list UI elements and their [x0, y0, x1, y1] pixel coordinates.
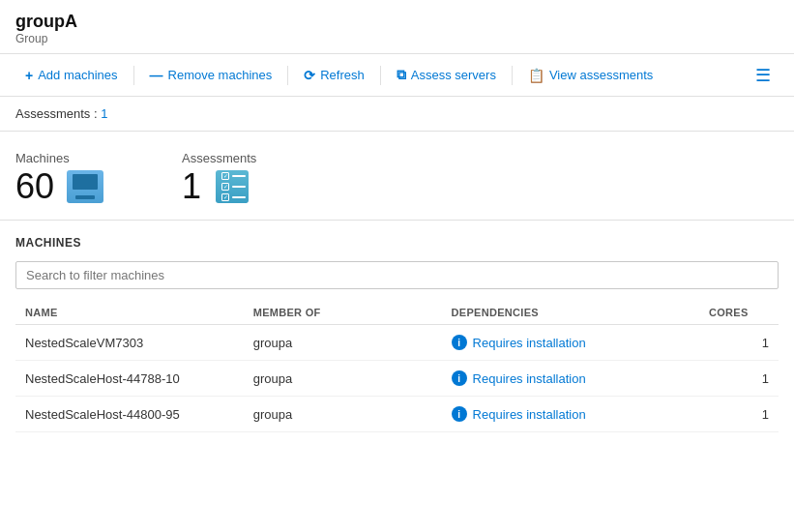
requires-installation-text[interactable]: Requires installation — [473, 336, 586, 350]
cell-name: NestedScaleVM7303 — [15, 325, 244, 361]
requires-installation-text[interactable]: Requires installation — [473, 371, 586, 386]
check-box-2: ✓ — [221, 183, 229, 191]
refresh-button[interactable]: ⟳ Refresh — [294, 62, 374, 89]
machines-section-title: MACHINES — [15, 236, 779, 250]
check-line-2: ✓ — [221, 183, 246, 191]
toolbar-separator-1 — [133, 66, 134, 85]
plus-icon: + — [25, 68, 33, 83]
machines-icon — [66, 169, 104, 204]
col-header-dependencies: DEPENDENCIES — [442, 301, 699, 325]
assessments-count: 1 — [182, 169, 201, 204]
col-header-member: MEMBER OF — [244, 301, 442, 325]
refresh-icon: ⟳ — [304, 68, 315, 83]
page-header: groupA Group — [0, 0, 794, 54]
toolbar-separator-2 — [287, 66, 288, 85]
toolbar: + Add machines — Remove machines ⟳ Refre… — [0, 54, 794, 97]
assessments-label: Assessments — [15, 106, 90, 121]
machines-stat: Machines 60 — [15, 151, 104, 204]
minus-icon: — — [150, 68, 163, 83]
cell-name: NestedScaleHost-44788-10 — [15, 361, 244, 397]
check-line-1: ✓ — [221, 172, 246, 180]
add-machines-label: Add machines — [38, 68, 117, 82]
deps-container: i Requires installation — [452, 335, 690, 350]
deps-container: i Requires installation — [452, 406, 690, 422]
check-bar-2 — [232, 186, 246, 188]
assessments-stat-label: Assessments — [182, 151, 256, 165]
view-assessments-button[interactable]: 📋 View assessments — [518, 62, 662, 89]
machines-stat-row: 60 — [15, 169, 104, 204]
info-icon: i — [452, 406, 467, 422]
machines-stat-label: Machines — [15, 151, 104, 165]
cell-member: groupa — [244, 325, 442, 361]
machines-section: MACHINES NAME MEMBER OF DEPENDENCIES COR… — [0, 221, 794, 432]
machines-count: 60 — [15, 169, 54, 204]
cell-member: groupa — [244, 397, 442, 432]
page-title: groupA — [15, 12, 779, 32]
toolbar-separator-4 — [512, 66, 513, 85]
col-header-name: NAME — [15, 301, 244, 325]
machines-table: NAME MEMBER OF DEPENDENCIES CORES Nested… — [15, 301, 779, 432]
search-input[interactable] — [15, 261, 779, 289]
table-row: NestedScaleHost-44788-10 groupa i Requir… — [15, 361, 779, 397]
assessments-stat: Assessments 1 ✓ ✓ ✓ — [182, 151, 256, 204]
requires-installation-text[interactable]: Requires installation — [473, 407, 586, 422]
check-line-3: ✓ — [221, 193, 246, 201]
remove-machines-label: Remove machines — [168, 68, 273, 82]
cell-cores: 1 — [699, 361, 779, 397]
check-bar-3 — [232, 196, 246, 198]
check-box-1: ✓ — [221, 172, 229, 180]
table-header: NAME MEMBER OF DEPENDENCIES CORES — [15, 301, 779, 325]
check-box-3: ✓ — [221, 193, 229, 201]
assessments-bar: Assessments : 1 — [0, 97, 794, 132]
assess-servers-label: Assess servers — [411, 68, 496, 82]
cell-dependencies: i Requires installation — [442, 397, 699, 432]
add-machines-button[interactable]: + Add machines — [15, 62, 128, 89]
page-subtitle: Group — [15, 32, 779, 45]
view-assessments-label: View assessments — [549, 68, 653, 82]
cell-cores: 1 — [699, 325, 779, 361]
cell-dependencies: i Requires installation — [442, 325, 699, 361]
cell-cores: 1 — [699, 397, 779, 432]
table-row: NestedScaleHost-44800-95 groupa i Requir… — [15, 397, 779, 432]
stats-section: Machines 60 Assessments 1 ✓ ✓ — [0, 132, 794, 221]
grid-view-icon[interactable]: ☰ — [748, 61, 779, 90]
assessments-stat-row: 1 ✓ ✓ ✓ — [182, 169, 256, 204]
deps-container: i Requires installation — [452, 370, 690, 386]
assessments-icon: ✓ ✓ ✓ — [213, 169, 251, 204]
info-icon: i — [452, 370, 467, 386]
checklist-icon: ✓ ✓ ✓ — [216, 170, 249, 203]
toolbar-separator-3 — [380, 66, 381, 85]
cell-name: NestedScaleHost-44800-95 — [15, 397, 244, 432]
table-body: NestedScaleVM7303 groupa i Requires inst… — [15, 325, 779, 432]
check-bar-1 — [232, 175, 246, 177]
remove-machines-button[interactable]: — Remove machines — [140, 62, 282, 89]
table-row: NestedScaleVM7303 groupa i Requires inst… — [15, 325, 779, 361]
assessments-count-link[interactable]: 1 — [101, 106, 107, 121]
view-icon: 📋 — [528, 68, 544, 83]
info-icon: i — [452, 335, 467, 350]
assess-servers-button[interactable]: ⧉ Assess servers — [387, 61, 506, 89]
server-icon — [67, 170, 103, 203]
cell-dependencies: i Requires installation — [442, 361, 699, 397]
assess-icon: ⧉ — [397, 67, 406, 83]
col-header-cores: CORES — [699, 301, 779, 325]
refresh-label: Refresh — [320, 68, 365, 82]
cell-member: groupa — [244, 361, 442, 397]
